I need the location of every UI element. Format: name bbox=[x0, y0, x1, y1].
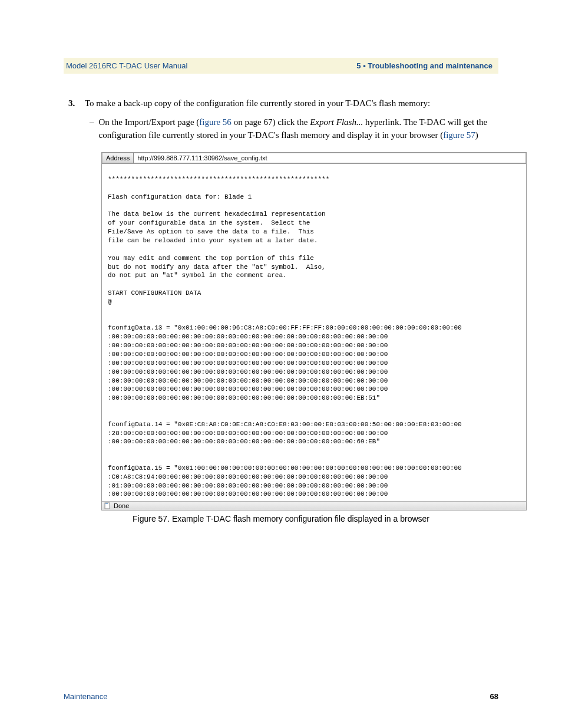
page-footer: Maintenance 68 bbox=[64, 692, 498, 701]
page-number: 68 bbox=[490, 692, 498, 701]
config-text-output: ****************************************… bbox=[102, 164, 526, 501]
address-label: Address bbox=[102, 153, 134, 163]
bullet-text-2: on page 67) click the bbox=[232, 117, 310, 127]
bullet-text-4: ) bbox=[475, 130, 478, 140]
status-bar: Done bbox=[102, 501, 526, 510]
page-header: Model 2616RC T-DAC User Manual 5 • Troub… bbox=[64, 58, 498, 74]
status-text: Done bbox=[114, 502, 129, 509]
header-right: 5 • Troubleshooting and maintenance bbox=[356, 61, 492, 70]
page-icon bbox=[104, 502, 111, 509]
export-flash-label: Export Flash... bbox=[310, 117, 363, 127]
header-left: Model 2616RC T-DAC User Manual bbox=[66, 61, 187, 70]
address-bar: Address http://999.888.777.111:30962/sav… bbox=[102, 153, 526, 164]
step-text: To make a back-up copy of the configurat… bbox=[85, 97, 430, 110]
bullet-text-1: On the Import/Export page ( bbox=[99, 117, 200, 127]
step-3: 3. To make a back-up copy of the configu… bbox=[64, 97, 498, 110]
address-field[interactable]: http://999.888.777.111:30962/save_config… bbox=[134, 153, 526, 163]
browser-screenshot: Address http://999.888.777.111:30962/sav… bbox=[101, 152, 527, 510]
bullet-dash: – bbox=[90, 116, 94, 142]
link-figure-57[interactable]: figure 57 bbox=[443, 130, 475, 140]
footer-section: Maintenance bbox=[64, 692, 107, 701]
sub-bullet: – On the Import/Export page (figure 56 o… bbox=[90, 116, 498, 142]
figure-caption: Figure 57. Example T-DAC flash memory co… bbox=[64, 514, 498, 523]
bullet-body: On the Import/Export page (figure 56 on … bbox=[99, 116, 499, 142]
step-number: 3. bbox=[68, 97, 79, 110]
svg-rect-1 bbox=[105, 503, 108, 504]
link-figure-56[interactable]: figure 56 bbox=[199, 117, 232, 127]
